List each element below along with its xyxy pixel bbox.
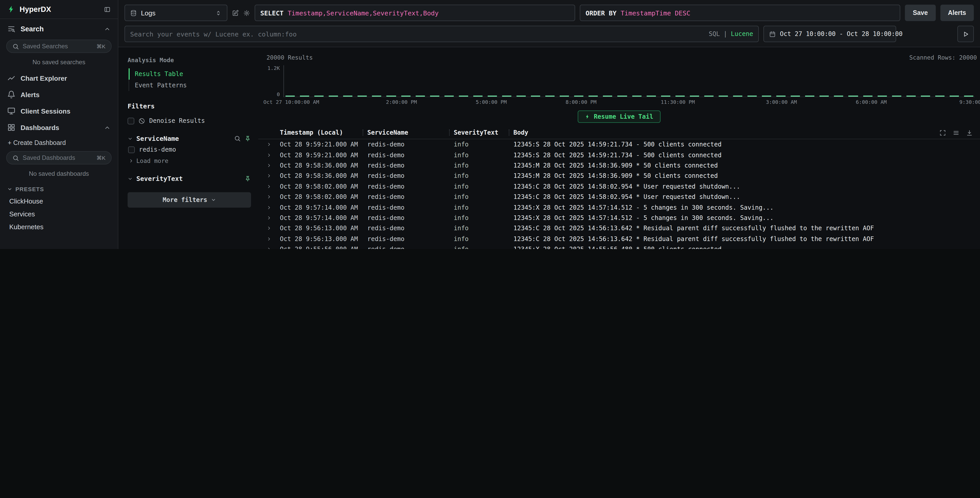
histogram-bar[interactable] (415, 95, 425, 97)
sidebar-item-alerts[interactable]: Alerts (0, 86, 118, 103)
saved-dashboards-field[interactable] (22, 154, 93, 161)
language-lucene[interactable]: Lucene (731, 30, 753, 38)
table-row[interactable]: Oct 28 9:57:14.000 AMredis-demoinfo12345… (258, 213, 980, 223)
histogram-bar[interactable] (459, 95, 468, 97)
histogram-bar[interactable] (387, 95, 396, 97)
table-row[interactable]: Oct 28 9:58:02.000 AMredis-demoinfo12345… (258, 192, 980, 202)
source-settings-button[interactable] (243, 10, 250, 16)
histogram-bar[interactable] (820, 95, 829, 97)
histogram-bar[interactable] (488, 95, 497, 97)
table-options-button[interactable] (953, 129, 959, 136)
resume-live-tail-button[interactable]: Resume Live Tail (578, 111, 660, 123)
mode-event-patterns[interactable]: Event Patterns (129, 80, 251, 91)
histogram-bar[interactable] (892, 95, 901, 97)
expand-row-button[interactable] (266, 194, 280, 200)
histogram-bar[interactable] (877, 95, 887, 97)
table-row[interactable]: Oct 28 9:59:21.000 AMredis-demoinfo12345… (258, 150, 980, 160)
select-columns-input[interactable]: SELECT Timestamp,ServiceName,SeverityTex… (255, 5, 575, 21)
facet-header-severitytext[interactable]: SeverityText (127, 175, 251, 182)
facet-search-button[interactable] (234, 135, 241, 142)
expand-row-button[interactable] (266, 215, 280, 220)
table-row[interactable]: Oct 28 9:58:02.000 AMredis-demoinfo12345… (258, 181, 980, 192)
expand-row-button[interactable] (266, 173, 280, 179)
histogram-bar[interactable] (834, 95, 843, 97)
histogram-bar[interactable] (776, 95, 786, 97)
column-header-servicename[interactable]: ServiceName (367, 129, 454, 136)
expand-view-button[interactable] (939, 129, 946, 136)
expand-row-button[interactable] (266, 247, 280, 249)
histogram-bar[interactable] (603, 95, 612, 97)
expand-row-button[interactable] (266, 205, 280, 210)
expand-row-button[interactable] (266, 152, 280, 157)
save-button[interactable]: Save (905, 5, 935, 21)
sidebar-item-services[interactable]: Services (0, 208, 118, 220)
histogram-bar[interactable] (791, 95, 800, 97)
sidebar-item-chart-explorer[interactable]: Chart Explorer (0, 70, 118, 86)
saved-searches-input[interactable]: ⌘K (6, 40, 111, 53)
load-more-button[interactable]: Load more (127, 153, 251, 165)
histogram-bar[interactable] (372, 95, 382, 97)
sidebar-item-clickhouse[interactable]: ClickHouse (0, 195, 118, 208)
histogram-bar[interactable] (617, 95, 627, 97)
table-row[interactable]: Oct 28 9:58:36.000 AMredis-demoinfo12345… (258, 171, 980, 181)
run-query-button[interactable] (958, 26, 974, 42)
histogram-bar[interactable] (935, 95, 945, 97)
histogram-bar[interactable] (300, 95, 309, 97)
histogram-bar[interactable] (805, 95, 815, 97)
histogram-bar[interactable] (906, 95, 915, 97)
denoise-results-checkbox[interactable]: Denoise Results (127, 117, 251, 124)
table-row[interactable]: Oct 28 9:59:21.000 AMredis-demoinfo12345… (258, 139, 980, 150)
table-row[interactable]: Oct 28 9:57:14.000 AMredis-demoinfo12345… (258, 202, 980, 213)
histogram-bar[interactable] (358, 95, 367, 97)
order-by-input[interactable]: ORDER BY TimestampTime DESC (580, 5, 900, 21)
facet-header-servicename[interactable]: ServiceName (127, 135, 251, 142)
histogram-bar[interactable] (646, 95, 655, 97)
histogram-bar[interactable] (748, 95, 757, 97)
expand-row-button[interactable] (266, 236, 280, 241)
histogram-bar[interactable] (632, 95, 641, 97)
histogram-bar[interactable] (921, 95, 930, 97)
saved-dashboards-input[interactable]: ⌘K (6, 151, 111, 165)
more-filters-button[interactable]: More filters (127, 192, 251, 208)
histogram-bar[interactable] (329, 95, 338, 97)
language-sql[interactable]: SQL (709, 30, 720, 38)
histogram-bar[interactable] (849, 95, 858, 97)
sidebar-item-kubernetes[interactable]: Kubernetes (0, 220, 118, 233)
histogram-bar[interactable] (560, 95, 569, 97)
histogram-bar[interactable] (444, 95, 453, 97)
histogram-bar[interactable] (964, 95, 973, 97)
expand-row-button[interactable] (266, 142, 280, 147)
histogram-bar[interactable] (950, 95, 959, 97)
expand-row-button[interactable] (266, 226, 280, 231)
histogram-bar[interactable] (704, 95, 714, 97)
histogram-bar[interactable] (733, 95, 742, 97)
sidebar-item-dashboards[interactable]: Dashboards (0, 119, 118, 136)
column-header-timestamp[interactable]: Timestamp (Local) (280, 129, 367, 136)
histogram-bar[interactable] (314, 95, 324, 97)
histogram-bar[interactable] (531, 95, 540, 97)
date-range-picker[interactable]: Oct 27 10:00:00 - Oct 28 10:00:00 (764, 26, 896, 42)
table-row[interactable]: Oct 28 9:55:56.000 AMredis-demoinfo12345… (258, 244, 980, 249)
histogram-bar[interactable] (344, 95, 353, 97)
presets-toggle[interactable]: PRESETS (0, 181, 118, 195)
histogram-bar[interactable] (719, 95, 728, 97)
sidebar-item-search[interactable]: Search (0, 19, 118, 38)
histogram-bar[interactable] (675, 95, 684, 97)
histogram-bar[interactable] (502, 95, 511, 97)
event-search-input[interactable]: SQL | Lucene (124, 26, 759, 42)
sidebar-item-client-sessions[interactable]: Client Sessions (0, 103, 118, 119)
query-language-toggle[interactable]: SQL | Lucene (709, 30, 753, 38)
facet-pin-button[interactable] (244, 175, 251, 182)
checkbox[interactable] (128, 146, 135, 153)
histogram-bar[interactable] (690, 95, 699, 97)
source-select[interactable]: Logs (124, 5, 228, 21)
histogram-bar[interactable] (401, 95, 410, 97)
alerts-button[interactable]: Alerts (940, 5, 974, 21)
collapse-sidebar-button[interactable] (104, 6, 111, 13)
expand-row-button[interactable] (266, 184, 280, 189)
histogram-bar[interactable] (545, 95, 555, 97)
histogram-bar[interactable] (589, 95, 598, 97)
histogram-bar[interactable] (762, 95, 771, 97)
column-header-body[interactable]: Body (514, 129, 528, 136)
facet-value-redis-demo[interactable]: redis-demo (127, 142, 251, 153)
